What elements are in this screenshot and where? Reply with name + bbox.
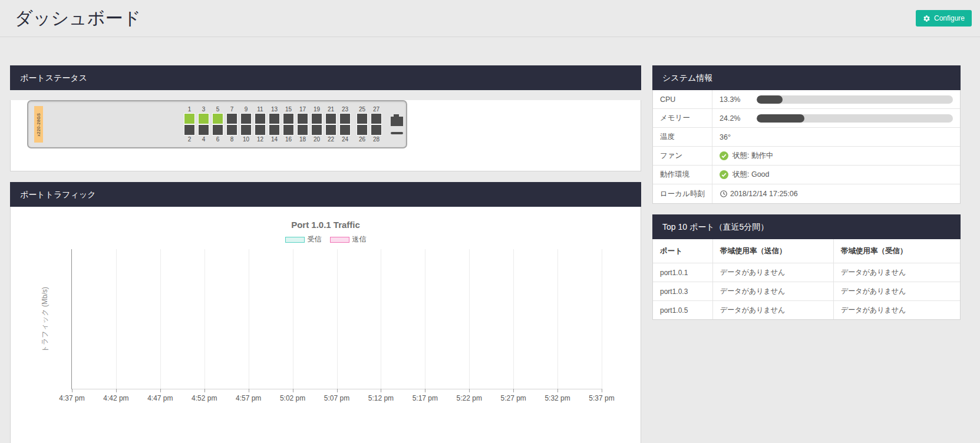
- port-4[interactable]: [198, 124, 209, 135]
- system-info-label: CPU: [653, 90, 712, 108]
- content: ポートステータス x220-28GS 123456789101112131415…: [0, 37, 980, 443]
- x-axis-tick: [249, 389, 249, 392]
- port-number: 16: [283, 135, 294, 143]
- port-number: 14: [269, 135, 280, 143]
- time-text: 2018/12/14 17:25:06: [730, 190, 798, 198]
- port-20[interactable]: [311, 124, 322, 135]
- legend-item-1[interactable]: 送信: [330, 234, 367, 244]
- switch-ports: 1234567891011121314151617181920212223242…: [184, 105, 385, 143]
- port-12[interactable]: [255, 124, 266, 135]
- port-3[interactable]: [198, 113, 209, 124]
- port-number: 20: [311, 135, 322, 143]
- port-21[interactable]: [325, 113, 336, 124]
- port-14[interactable]: [269, 124, 280, 135]
- system-info-label: ファン: [653, 147, 712, 165]
- port-column: 2324: [339, 105, 351, 143]
- port-6[interactable]: [212, 124, 223, 135]
- port-number: 4: [198, 135, 209, 143]
- port-7[interactable]: [226, 113, 237, 124]
- configure-button[interactable]: Configure: [916, 10, 972, 27]
- x-axis-tick: [513, 389, 514, 392]
- port-column: 78: [226, 105, 237, 143]
- port-column: 34: [198, 105, 209, 143]
- port-column: 1314: [269, 105, 280, 143]
- port-24[interactable]: [339, 124, 351, 135]
- x-tick-label: 5:32 pm: [545, 394, 570, 402]
- port-8[interactable]: [226, 124, 237, 135]
- x-tick-label: 5:17 pm: [413, 394, 438, 402]
- port-number: 21: [325, 105, 336, 113]
- port-1[interactable]: [184, 113, 195, 124]
- gridline: [602, 249, 602, 389]
- gridline: [381, 249, 381, 389]
- port-23[interactable]: [339, 113, 351, 124]
- left-column: ポートステータス x220-28GS 123456789101112131415…: [10, 65, 641, 443]
- gridline: [160, 249, 161, 389]
- legend-label: 送信: [352, 234, 367, 244]
- port-traffic-panel: ポートトラフィック Port 1.0.1 Traffic 受信送信 トラフィック…: [10, 182, 641, 443]
- x-axis-tick: [602, 389, 602, 392]
- port-number: 28: [371, 135, 382, 143]
- gridline: [469, 249, 470, 389]
- chart-title: Port 1.0.1 Traffic: [11, 207, 641, 230]
- port-status-panel: ポートステータス x220-28GS 123456789101112131415…: [10, 65, 641, 171]
- gridline: [513, 249, 514, 389]
- port-26[interactable]: [357, 124, 368, 135]
- port-10[interactable]: [240, 124, 252, 135]
- port-22[interactable]: [325, 124, 336, 135]
- x-axis-tick: [204, 389, 205, 392]
- port-number: 9: [240, 105, 252, 113]
- right-column: システム情報 CPU13.3%メモリー24.2%温度36°ファン状態: 動作中動…: [652, 65, 961, 443]
- port-17[interactable]: [297, 113, 308, 124]
- port-28[interactable]: [371, 124, 382, 135]
- port-9[interactable]: [240, 113, 252, 124]
- port-11[interactable]: [255, 113, 266, 124]
- metric-value: 13.3%: [720, 95, 753, 104]
- table-cell: port1.0.1: [653, 263, 713, 282]
- gridline: [337, 249, 338, 389]
- port-18[interactable]: [297, 124, 308, 135]
- table-cell: port1.0.3: [653, 282, 713, 300]
- port-column: 2728: [371, 105, 382, 143]
- port-column: 2122: [325, 105, 336, 143]
- x-tick-label: 4:37 pm: [59, 394, 84, 402]
- metric-value: 36°: [720, 133, 731, 141]
- port-5[interactable]: [212, 113, 223, 124]
- port-number: 1: [184, 105, 195, 113]
- system-info-value: 13.3%: [712, 90, 960, 108]
- gridline: [116, 249, 117, 389]
- port-13[interactable]: [269, 113, 280, 124]
- check-icon: [720, 151, 728, 160]
- console-port-icon: [391, 117, 403, 126]
- port-number: 26: [357, 135, 368, 143]
- table-cell: データがありません: [834, 301, 960, 319]
- port-2[interactable]: [184, 124, 195, 135]
- legend-item-0[interactable]: 受信: [285, 234, 322, 244]
- port-number: 25: [357, 105, 368, 113]
- switch-diagram: x220-28GS 123456789101112131415161718192…: [27, 100, 407, 148]
- system-info-row: ローカル時刻2018/12/14 17:25:06: [653, 184, 960, 203]
- progress-bar: [757, 114, 953, 123]
- top-ports-panel: Top 10 ポート（直近5分間） ポート帯域使用率（送信）帯域使用率（受信）p…: [652, 214, 961, 320]
- system-info-value: 24.2%: [712, 109, 960, 127]
- port-number: 6: [212, 135, 223, 143]
- switch-extra-ports: [391, 114, 403, 134]
- port-27[interactable]: [371, 113, 382, 124]
- x-tick-label: 5:27 pm: [500, 394, 526, 402]
- port-number: 18: [297, 135, 308, 143]
- port-column: 12: [184, 105, 195, 143]
- port-number: 12: [255, 135, 266, 143]
- column-header: 帯域使用率（受信）: [834, 239, 960, 263]
- port-15[interactable]: [283, 113, 294, 124]
- port-16[interactable]: [283, 124, 294, 135]
- status-text: 状態: Good: [732, 170, 770, 180]
- chart-legend: 受信送信: [11, 234, 641, 244]
- port-19[interactable]: [311, 113, 322, 124]
- table-cell: データがありません: [834, 282, 960, 300]
- system-info-value: 状態: 動作中: [712, 147, 960, 165]
- progress-bar: [757, 95, 953, 104]
- system-info-row: 動作環境状態: Good: [653, 166, 960, 184]
- port-25[interactable]: [357, 113, 368, 124]
- port-column: 910: [240, 105, 252, 143]
- port-number: 23: [339, 105, 351, 113]
